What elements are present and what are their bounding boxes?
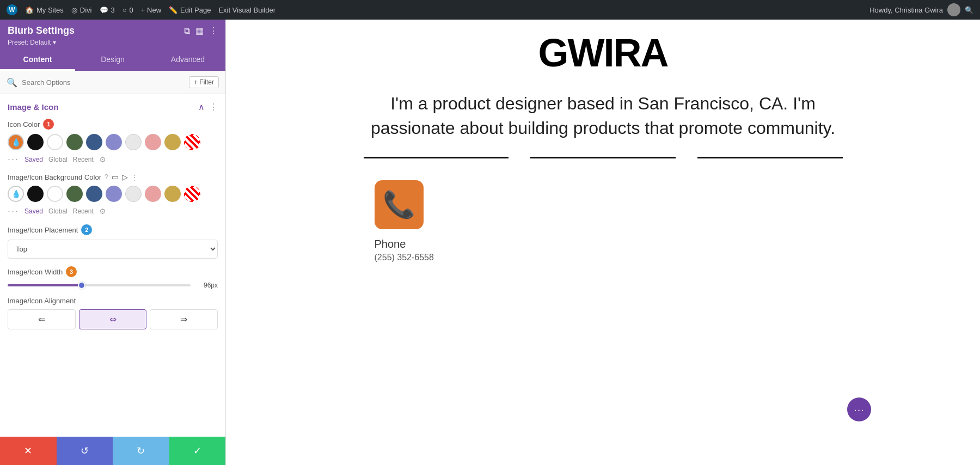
bubbles-btn[interactable]: ○ 0	[122, 6, 133, 14]
site-title: GWIRA	[364, 30, 843, 75]
filter-button[interactable]: + Filter	[189, 76, 219, 88]
bg-eyedropper-icon[interactable]: 💧	[8, 186, 24, 202]
wp-logo-btn[interactable]: W	[7, 4, 17, 15]
section-image-icon-header: Image & Icon ∧ ⋮	[8, 102, 218, 112]
pencil-icon: ✏️	[169, 6, 177, 14]
bg-swatch-light-pink[interactable]	[145, 186, 161, 202]
search-bar: 🔍 + Filter	[0, 71, 225, 94]
tab-advanced[interactable]: Advanced	[150, 50, 225, 71]
bg-swatch-lavender[interactable]	[106, 186, 122, 202]
monitor-icon[interactable]: ▭	[112, 173, 119, 181]
exit-label: Exit Visual Builder	[218, 6, 275, 14]
placement-badge: 2	[81, 224, 92, 235]
icon-color-meta: ··· Saved Global Recent ⚙	[8, 154, 218, 165]
tab-bar: Content Design Advanced	[0, 50, 225, 71]
bg-swatch-navy[interactable]	[86, 186, 102, 202]
section-title: Image & Icon	[8, 102, 58, 112]
swatch-light-gray[interactable]	[125, 134, 142, 150]
width-slider[interactable]	[8, 284, 191, 286]
width-value: 96px	[196, 282, 218, 289]
swatch-light-pink[interactable]	[145, 134, 161, 150]
align-right-btn[interactable]: ⇒	[150, 309, 218, 329]
swatch-black[interactable]	[27, 134, 44, 150]
exit-builder-btn[interactable]: Exit Visual Builder	[218, 6, 275, 14]
preset-selector[interactable]: Preset: Default ▾	[8, 39, 218, 46]
bg-swatch-black[interactable]	[27, 186, 44, 202]
eyedropper-icon[interactable]: 💧	[8, 134, 24, 150]
settings-icon[interactable]: ⚙	[99, 155, 106, 164]
save-button[interactable]: ✓	[169, 437, 226, 465]
search-input[interactable]	[22, 78, 185, 87]
undo-button[interactable]: ↺	[57, 437, 113, 465]
tab-content[interactable]: Content	[0, 50, 75, 71]
page-preview: GWIRA I'm a product designer based in Sa…	[226, 20, 980, 465]
my-sites-label: My Sites	[36, 6, 64, 14]
edit-page-label: Edit Page	[180, 6, 211, 14]
bg-dots-menu[interactable]: ···	[8, 205, 19, 217]
dots-icon: ···	[854, 403, 865, 416]
swatch-striped[interactable]	[184, 134, 200, 150]
more-options-icon[interactable]: ⋮	[209, 26, 218, 36]
dots-menu[interactable]: ···	[8, 154, 19, 165]
divider-line-3	[697, 157, 843, 158]
bubble-count: 0	[130, 6, 133, 14]
bg-saved-label: Saved	[24, 207, 43, 215]
bg-swatch-striped[interactable]	[184, 186, 200, 202]
copy-icon[interactable]: ⧉	[184, 26, 190, 36]
divi-btn[interactable]: ◎ Divi	[71, 6, 92, 14]
divi-label: Divi	[80, 6, 92, 14]
saved-label: Saved	[24, 156, 43, 163]
comments-count: 3	[111, 6, 115, 14]
icon-color-field-label: Icon Color 1	[8, 119, 218, 130]
section-collapse-icon[interactable]: ∧	[198, 102, 205, 112]
edit-page-btn[interactable]: ✏️ Edit Page	[169, 6, 211, 14]
bubble-icon: ○	[122, 6, 127, 14]
contact-card: 📞 Phone (255) 352-6558	[364, 180, 843, 262]
comments-btn[interactable]: 💬 3	[100, 6, 115, 14]
swatch-white[interactable]	[47, 134, 63, 150]
bg-swatch-gold[interactable]	[164, 186, 181, 202]
bg-settings-icon[interactable]: ⚙	[99, 207, 106, 216]
phone-icon: 📞	[383, 189, 415, 220]
cursor-icon[interactable]: ▷	[122, 173, 128, 181]
swatch-lavender[interactable]	[106, 134, 122, 150]
swatch-gold[interactable]	[164, 134, 181, 150]
width-label: Image/Icon Width	[8, 268, 63, 276]
my-sites-btn[interactable]: 🏠 My Sites	[25, 6, 64, 14]
bg-color-label: Image/Icon Background Color	[8, 173, 101, 181]
floating-dots-button[interactable]: ···	[847, 397, 871, 421]
align-center-btn[interactable]: ⇔	[79, 309, 147, 329]
user-avatar	[947, 3, 960, 16]
bg-swatch-light-gray[interactable]	[125, 186, 142, 202]
wp-admin-bar: W 🏠 My Sites ◎ Divi 💬 3 ○ 0 + New ✏️ Edi…	[0, 0, 980, 20]
bg-swatch-white[interactable]	[47, 186, 63, 202]
search-icon[interactable]: 🔍	[965, 6, 973, 14]
align-left-btn[interactable]: ⇐	[8, 309, 76, 329]
new-label: + New	[141, 6, 161, 14]
phone-value: (255) 352-6558	[375, 253, 434, 262]
redo-button[interactable]: ↻	[113, 437, 169, 465]
new-btn[interactable]: + New	[141, 6, 161, 14]
divider-row	[364, 157, 843, 158]
bottom-toolbar: ✕ ↺ ↻ ✓	[0, 437, 225, 465]
section-more-icon[interactable]: ⋮	[209, 102, 218, 112]
bg-swatch-dark-green[interactable]	[66, 186, 83, 202]
divider-line-1	[364, 157, 509, 158]
cancel-button[interactable]: ✕	[0, 437, 57, 465]
placement-field-label: Image/Icon Placement 2	[8, 224, 218, 235]
comments-icon: 💬	[100, 6, 108, 14]
tab-design[interactable]: Design	[75, 50, 150, 71]
bg-more-icon[interactable]: ⋮	[131, 173, 138, 181]
bg-recent-label: Recent	[73, 207, 94, 215]
layout-icon[interactable]: ▦	[195, 26, 204, 36]
preset-label: Preset: Default	[8, 39, 51, 46]
panel-header: Blurb Settings ⧉ ▦ ⋮ Preset: Default ▾	[0, 20, 225, 50]
icon-color-swatches: 💧	[8, 134, 218, 150]
placement-select[interactable]: Top Left Right Bottom	[8, 240, 218, 259]
phone-icon-box: 📞	[375, 180, 424, 229]
undo-icon: ↺	[81, 445, 89, 457]
help-icon[interactable]: ?	[105, 173, 108, 181]
width-field-label: Image/Icon Width 3	[8, 266, 218, 277]
swatch-dark-green[interactable]	[66, 134, 83, 150]
swatch-navy[interactable]	[86, 134, 102, 150]
